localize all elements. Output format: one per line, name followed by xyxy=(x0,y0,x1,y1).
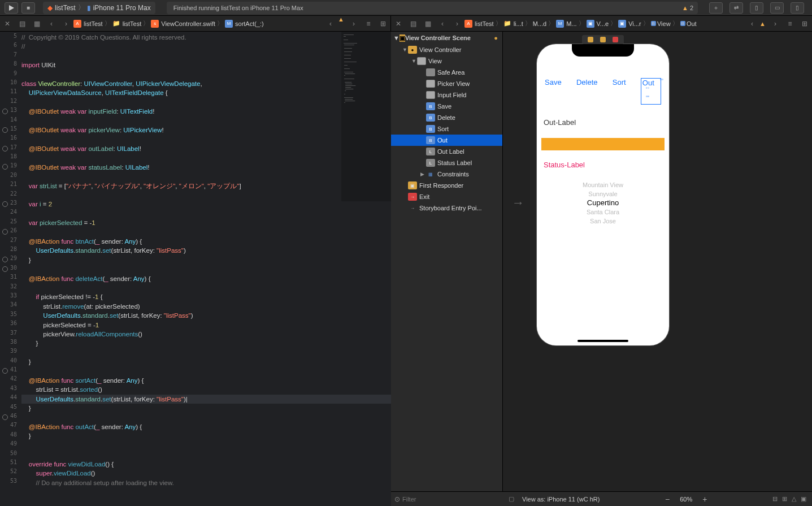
outline-item[interactable]: ▼View xyxy=(391,55,502,67)
scene-indicator-icon: ● xyxy=(494,34,498,41)
outline-item[interactable]: →Storyboard Entry Poi... xyxy=(391,202,502,214)
warning-icon-small: ▲ xyxy=(338,16,344,32)
device-icon: ▮ xyxy=(87,4,91,12)
library-button[interactable]: ＋ xyxy=(709,2,723,14)
breadcrumb-left[interactable]: AlistTest 〉 📁listTest 〉 sViewController.… xyxy=(73,19,264,28)
zoom-level[interactable]: 60% xyxy=(680,496,692,503)
warning-icon-small: ▲ xyxy=(759,20,766,27)
outline-item[interactable]: LStatus Label xyxy=(391,157,502,168)
scheme-target: listTest xyxy=(55,4,76,12)
exit-dock-icon[interactable] xyxy=(613,37,618,42)
button-type-icon: B xyxy=(680,21,685,26)
scheme-device: iPhone 11 Pro Max xyxy=(93,4,151,12)
folder-icon: 📁 xyxy=(112,20,120,28)
embed-icon[interactable]: ▣ xyxy=(801,495,806,503)
outline-item[interactable]: BSave xyxy=(391,101,502,112)
code-area[interactable]: // Copyright © 2019 Catch Questions. All… xyxy=(21,32,391,506)
app-icon: ◆ xyxy=(47,4,53,12)
issue-next-icon[interactable]: › xyxy=(346,16,361,32)
scene-dock[interactable] xyxy=(582,35,624,44)
close-tab-icon[interactable]: ✕ xyxy=(0,16,15,32)
warning-icon: ▲ xyxy=(682,5,688,11)
activity-status: Finished running listTest on iPhone 11 P… xyxy=(167,2,698,14)
project-icon: A xyxy=(464,20,472,28)
zoom-in-button[interactable]: + xyxy=(700,495,709,504)
vc-dock-icon[interactable] xyxy=(588,37,593,42)
outline-item[interactable]: ▶▦Constraints xyxy=(391,168,502,180)
button-row: Save Delete Sort Out ◦◦◦◦ ◦◦◦◦ xyxy=(544,78,662,105)
issue-next-right-icon[interactable]: › xyxy=(768,16,783,32)
panel-bottom-button[interactable]: ▭ xyxy=(770,2,784,14)
nav-grid-icon[interactable]: ▦ xyxy=(29,16,44,32)
main-toolbar: ■ ◆ listTest 〉 ▮ iPhone 11 Pro Max Finis… xyxy=(0,0,812,16)
warning-count: 2 xyxy=(690,5,693,11)
nav-forward-icon[interactable]: › xyxy=(59,16,73,32)
related-items-icon[interactable]: ▤ xyxy=(15,16,29,32)
outline-item[interactable]: BSort xyxy=(391,123,502,135)
picker-view-preview[interactable]: Mountain ViewSunnyvaleCupertinoSanta Cla… xyxy=(544,180,662,226)
related-items-right-icon[interactable]: ▤ xyxy=(406,16,420,32)
outline-item[interactable]: →Exit xyxy=(391,191,502,202)
filter-input[interactable] xyxy=(400,496,500,503)
warning-indicator[interactable]: ▲ 2 xyxy=(682,5,693,11)
issue-prev-icon[interactable]: ‹ xyxy=(323,16,338,32)
adjust-editor-icon[interactable]: ≡ xyxy=(361,16,376,32)
document-outline[interactable]: ▼ ▣ View Controller Scene ● ▼●View Contr… xyxy=(391,32,503,491)
input-field-preview[interactable] xyxy=(541,138,665,150)
resolve-icon[interactable]: △ xyxy=(792,495,796,503)
save-button-preview[interactable]: Save xyxy=(545,78,562,105)
folder-icon: 📁 xyxy=(503,20,511,28)
nav-forward-right-icon[interactable]: › xyxy=(450,16,464,32)
sort-button-preview[interactable]: Sort xyxy=(613,78,626,105)
close-tab-right-icon[interactable]: ✕ xyxy=(391,16,406,32)
panel-left-button[interactable]: ▯ xyxy=(750,2,763,14)
outline-item[interactable]: Safe Area xyxy=(391,67,502,78)
outline-item[interactable]: LOut Label xyxy=(391,146,502,157)
nav-back-right-icon[interactable]: ‹ xyxy=(435,16,450,32)
status-text: Finished running listTest on iPhone 11 P… xyxy=(173,5,303,11)
home-indicator xyxy=(577,340,628,342)
outline-item[interactable]: BOut xyxy=(391,135,502,146)
pin-icon[interactable]: ⊞ xyxy=(782,495,787,503)
line-gutter[interactable]: 5678910111213141516171819202122232425262… xyxy=(0,32,21,506)
status-label-preview[interactable]: Status-Label xyxy=(544,161,662,169)
code-editor[interactable]: 5678910111213141516171819202122232425262… xyxy=(0,32,391,506)
device-preview[interactable]: Save Delete Sort Out ◦◦◦◦ ◦◦◦◦ Out-Label xyxy=(537,44,669,345)
outline-item[interactable]: Input Field xyxy=(391,89,502,101)
ib-canvas[interactable]: → Save Delete Sort xyxy=(503,32,812,491)
device-config-icon[interactable]: ▢ xyxy=(509,495,514,503)
segue-arrow-icon: → xyxy=(512,196,524,210)
add-editor-icon[interactable]: ⊞ xyxy=(376,16,390,32)
outline-item[interactable]: BDelete xyxy=(391,112,502,123)
outline-scene-header[interactable]: ▼ ▣ View Controller Scene ● xyxy=(391,32,502,44)
code-review-button[interactable]: ⇄ xyxy=(730,2,743,14)
nav-grid-right-icon[interactable]: ▦ xyxy=(420,16,435,32)
swift-icon: A xyxy=(73,20,81,28)
add-editor-right-icon[interactable]: ⊞ xyxy=(797,16,812,32)
minimap[interactable]: ▬▬▬▬▬▬▬▬▬▬▬▬▬▬▬▬▬▬▬▬▬▬▬▬▬▬▬ ▬▬▬▬▬▬▬▬▬ ▬▬… xyxy=(341,32,391,201)
outline-item[interactable]: ▼●View Controller xyxy=(391,44,502,55)
issue-prev-right-icon[interactable]: ‹ xyxy=(745,16,759,32)
out-label-preview[interactable]: Out-Label xyxy=(544,118,662,127)
stop-button[interactable]: ■ xyxy=(21,2,35,14)
delete-button-preview[interactable]: Delete xyxy=(576,78,598,105)
adjust-editor-right-icon[interactable]: ≡ xyxy=(783,16,797,32)
scheme-selector[interactable]: ◆ listTest 〉 ▮ iPhone 11 Pro Max xyxy=(43,2,155,14)
breadcrumb-right[interactable]: AlistTest 〉📁li...t 〉M...d 〉MM... 〉▣V...e… xyxy=(464,19,745,28)
outline-item[interactable]: ▣First Responder xyxy=(391,180,502,191)
zoom-out-button[interactable]: − xyxy=(663,495,672,504)
run-button[interactable] xyxy=(5,2,18,14)
canvas-footer: ▢ View as: iPhone 11 (wC hR) − 60% + ⊟ ⊞… xyxy=(503,491,812,506)
main-split: 5678910111213141516171819202122232425262… xyxy=(0,32,812,506)
panel-right-button[interactable]: ▯ xyxy=(791,2,804,14)
align-icon[interactable]: ⊟ xyxy=(772,495,778,503)
button-type-icon: B xyxy=(651,21,656,26)
responder-dock-icon[interactable] xyxy=(600,37,606,42)
out-button-preview[interactable]: Out ◦◦◦◦ ◦◦◦◦ xyxy=(641,78,661,105)
scene-icon: ▣ xyxy=(400,34,405,42)
nav-back-icon[interactable]: ‹ xyxy=(44,16,59,32)
view-as-label[interactable]: View as: iPhone 11 (wC hR) xyxy=(522,496,600,503)
interface-builder: ▼ ▣ View Controller Scene ● ▼●View Contr… xyxy=(391,32,812,506)
storyboard-icon: M xyxy=(556,20,564,28)
outline-item[interactable]: Picker View xyxy=(391,78,502,89)
